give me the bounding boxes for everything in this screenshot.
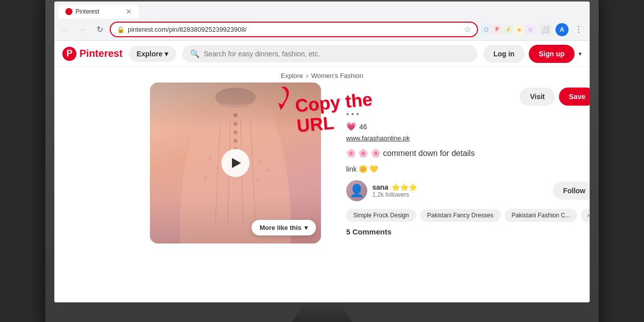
more-like-this-label: More like this (260, 224, 301, 231)
login-button[interactable]: Log in (484, 45, 525, 63)
address-bar-wrapper[interactable]: 🔒 ☆ (110, 22, 478, 37)
address-input[interactable] (128, 26, 461, 33)
tag-label-1: Pakistani Fancy Dresses (427, 212, 494, 219)
user-followers: 1.2k followers (372, 191, 548, 198)
likes-count: 46 (359, 123, 367, 131)
pin-tags: Simple Frock Design Pakistani Fancy Dres… (346, 208, 590, 222)
comments-label: 5 Comments (346, 227, 391, 236)
header-auth: Log in Sign up ▾ (484, 45, 582, 63)
login-label: Log in (494, 50, 515, 58)
tab-close-icon[interactable]: ✕ (126, 8, 132, 16)
bookmark-icon[interactable]: ☆ (464, 25, 471, 34)
tab-favicon (65, 8, 72, 15)
user-name[interactable]: sana (372, 183, 388, 191)
more-like-this-button[interactable]: More like this ▾ (252, 220, 316, 235)
three-dots-icon: ⋮ (575, 25, 583, 34)
pinterest-p-icon: P (66, 48, 72, 59)
pinterest-logo-icon: P (62, 47, 76, 61)
ext-icon-2[interactable]: P (492, 25, 502, 35)
tag-pill-1[interactable]: Pakistani Fancy Dresses (420, 209, 501, 222)
forward-icon: → (78, 25, 87, 34)
browser-tab-active[interactable]: Pinterest ✕ (58, 5, 139, 19)
pin-description: 🌸 🌸 🌸 comment down for details (346, 148, 590, 159)
ext-icon-5[interactable]: □ (525, 25, 535, 35)
breadcrumb-separator: › (306, 72, 308, 79)
monitor-screen: Pinterest ✕ ← → ↻ 🔒 (54, 2, 590, 302)
tags-next-icon: › (587, 212, 589, 219)
tab-label: Pinterest (75, 8, 99, 15)
lock-icon: 🔒 (117, 26, 125, 33)
tag-label-0: Simple Frock Design (353, 212, 409, 219)
user-row: 👤 sana ⭐⭐⭐ 1.2k followers Follow (346, 180, 590, 201)
new-tab-button[interactable]: ⬜ (538, 23, 552, 37)
profile-icon[interactable]: A (555, 23, 569, 36)
save-label: Save (569, 93, 586, 101)
back-icon: ← (61, 25, 69, 34)
monitor-stand (292, 302, 352, 322)
header-chevron-icon[interactable]: ▾ (579, 50, 582, 57)
save-button[interactable]: Save (559, 88, 590, 106)
monitor-outer: Pinterest ✕ ← → ↻ 🔒 (45, 0, 599, 322)
pin-image-section: More like this ▾ (135, 83, 336, 244)
browser-tabs: Pinterest ✕ (54, 2, 590, 19)
visit-label: Visit (530, 93, 544, 101)
pin-comments: 5 Comments (346, 227, 590, 236)
pinterest-header: P Pinterest Explore ▾ 🔍 Log i (54, 41, 590, 67)
refresh-icon: ↻ (97, 25, 103, 34)
forward-button[interactable]: → (75, 23, 90, 37)
pin-details-section: Visit Save • • • 💗 46 (336, 83, 590, 244)
tag-pill-0[interactable]: Simple Frock Design (346, 209, 416, 222)
user-info: sana ⭐⭐⭐ 1.2k followers (372, 183, 548, 198)
browser-toolbar: ← → ↻ 🔒 ☆ ⬡ (54, 19, 590, 40)
pin-description-text: 🌸 🌸 🌸 comment down for details (346, 149, 475, 157)
tag-label-2: Pakistani Fashion C... (512, 212, 571, 219)
pinterest-logo-text: Pinterest (79, 48, 123, 59)
pin-source-link[interactable]: www.farashaonline.pk (346, 134, 590, 142)
user-stars: ⭐⭐⭐ (391, 183, 417, 191)
explore-label: Explore (137, 50, 163, 58)
search-input[interactable] (204, 50, 469, 58)
ext-icon-1[interactable]: ⬡ (481, 25, 491, 35)
pinterest-logo[interactable]: P Pinterest (62, 47, 123, 61)
pin-content: Copy the URL (54, 83, 590, 244)
back-button[interactable]: ← (58, 23, 72, 37)
pin-options-dots[interactable]: • • • (346, 110, 359, 118)
breadcrumb-explore[interactable]: Explore (281, 72, 303, 79)
menu-button[interactable]: ⋮ (572, 23, 586, 37)
pin-image-container (150, 83, 321, 244)
user-avatar[interactable]: 👤 (346, 180, 367, 201)
ext-icon-3[interactable]: ⚡ (503, 25, 513, 35)
explore-chevron-icon: ▾ (165, 50, 168, 58)
tags-next-button[interactable]: › (581, 208, 590, 222)
play-button[interactable] (221, 149, 250, 177)
pin-likes-row: 💗 46 (346, 122, 590, 131)
refresh-button[interactable]: ↻ (93, 23, 107, 37)
signup-button[interactable]: Sign up (529, 45, 575, 63)
explore-button[interactable]: Explore ▾ (129, 46, 176, 62)
monitor-container: Pinterest ✕ ← → ↻ 🔒 (45, 0, 599, 322)
visit-button[interactable]: Visit (520, 88, 554, 106)
user-name-row: sana ⭐⭐⭐ (372, 183, 548, 191)
profile-initial: A (560, 26, 565, 33)
pin-actions-top: Visit Save (346, 88, 590, 106)
pinterest-page: P Pinterest Explore ▾ 🔍 Log i (54, 41, 590, 302)
follow-button[interactable]: Follow (553, 182, 590, 200)
search-bar[interactable]: 🔍 (182, 45, 477, 62)
pin-link-row: link 🌼 💛 (346, 165, 590, 173)
new-tab-icon: ⬜ (541, 26, 549, 33)
browser-chrome: Pinterest ✕ ← → ↻ 🔒 (54, 2, 590, 41)
play-icon (232, 158, 241, 168)
user-avatar-icon: 👤 (349, 184, 364, 198)
pin-link-text: link 🌼 💛 (346, 165, 378, 173)
breadcrumb: Explore › Women's Fashion (54, 67, 590, 83)
follow-label: Follow (563, 187, 585, 195)
breadcrumb-current: Women's Fashion (311, 72, 363, 79)
extension-icons: ⬡ P ⚡ ◈ □ (481, 25, 535, 35)
ext-icon-4[interactable]: ◈ (514, 25, 524, 35)
heart-icon: 💗 (346, 122, 356, 131)
source-url-text: www.farashaonline.pk (346, 134, 410, 142)
tag-pill-2[interactable]: Pakistani Fashion C... (505, 209, 578, 222)
pin-options-row: • • • (346, 110, 590, 119)
search-icon: 🔍 (190, 49, 200, 58)
more-like-this-chevron-icon: ▾ (304, 224, 308, 231)
